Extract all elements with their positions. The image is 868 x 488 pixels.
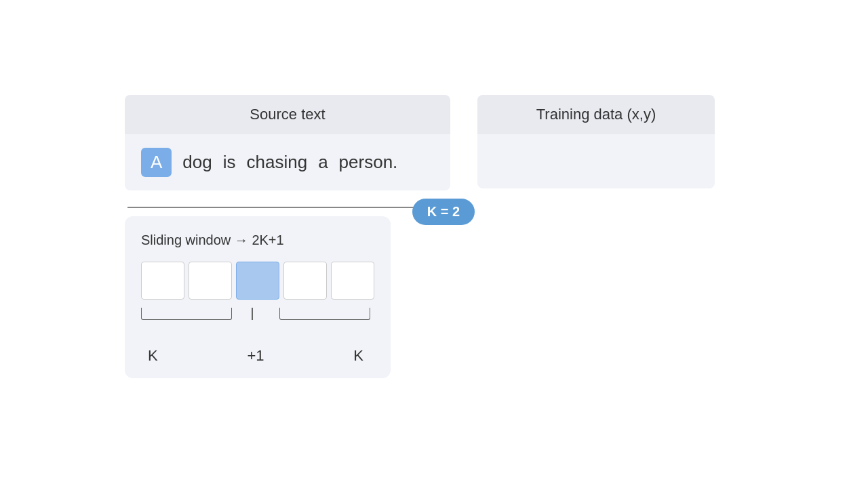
word-is: is [223, 152, 236, 173]
word-chasing: chasing [247, 152, 308, 173]
training-data-header: Training data (x,y) [477, 95, 715, 134]
arrow-line [127, 207, 450, 208]
cell-1 [141, 262, 184, 300]
word-person: person. [339, 152, 398, 173]
bracket-left [141, 308, 232, 320]
highlighted-word: A [141, 148, 172, 177]
source-section: Source text A dog is chasing a person. S… [125, 95, 450, 378]
label-k-right: K [353, 347, 363, 365]
training-data-body [477, 134, 715, 188]
center-tick [252, 308, 253, 320]
cells-row [141, 262, 374, 300]
training-section: Training data (x,y) [477, 95, 715, 378]
sentence-row: A dog is chasing a person. [141, 148, 397, 177]
labels-text-row: K +1 K [141, 347, 370, 365]
bracket-right [279, 308, 370, 320]
cell-3-highlight [236, 262, 279, 300]
k-badge: K = 2 [412, 199, 475, 225]
label-k-left: K [148, 347, 158, 365]
window-title: Sliding window → 2K+1 [141, 232, 374, 248]
word-a: a [318, 152, 328, 173]
source-text-body: A dog is chasing a person. [125, 134, 450, 190]
label-plus1: +1 [247, 347, 264, 365]
progress-arrow [125, 207, 450, 208]
cell-5 [331, 262, 374, 300]
cell-4 [283, 262, 327, 300]
source-text-header: Source text [125, 95, 450, 134]
cell-2 [189, 262, 232, 300]
brackets-area [141, 308, 370, 333]
word-dog: dog [182, 152, 212, 173]
sliding-window-wrapper: Sliding window → 2K+1 K +1 K [125, 214, 450, 378]
sliding-window-container: Sliding window → 2K+1 K +1 K [125, 216, 391, 378]
